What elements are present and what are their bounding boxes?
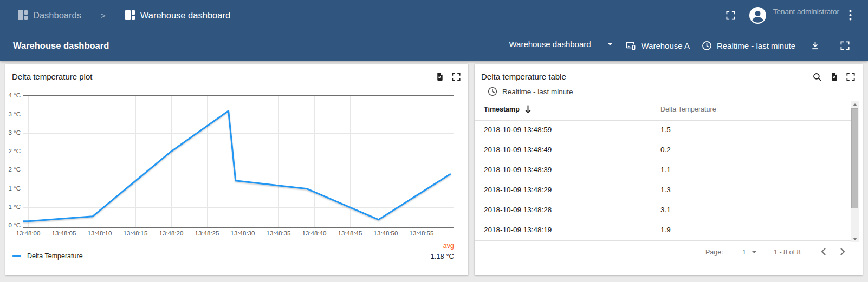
export-widget-icon[interactable] [435,72,444,82]
dashboard-toolbar: Warehouse dashboard Warehouse dashboard … [0,30,868,61]
y-tick-label: 3 °C [5,111,21,119]
series-label: Delta Temperature [27,252,83,260]
export-download-icon[interactable] [811,41,820,50]
y-tick-label: 2 °C [5,148,21,155]
user-role-label: Tenant administrator [773,8,839,16]
timewindow-label: Realtime - last minute [717,41,795,50]
x-tick-label: 13:48:45 [333,230,367,237]
delta-temperature-cell: 1.9 [660,226,671,234]
chevron-down-icon [607,43,613,45]
y-tick-label: 4 °C [5,92,21,100]
export-widget-icon[interactable] [830,72,839,82]
app-bars: Dashboards > Warehouse dashboard Tenant … [0,0,868,61]
table-header: Timestamp Delta Temperature [475,104,851,120]
table-timewindow-label: Realtime - last minute [502,88,573,96]
fullscreen-icon[interactable] [726,11,735,20]
table-row[interactable]: 2018-10-09 13:48:490.2 [475,140,851,160]
delta-temperature-cell: 1.5 [660,126,671,134]
table-fullscreen-icon[interactable] [846,72,855,82]
table-timewindow-button[interactable]: Realtime - last minute [488,87,573,96]
breadcrumb: Dashboards > Warehouse dashboard [0,10,230,21]
plot-widget-title: Delta temperature plot [12,72,92,81]
table-row[interactable]: 2018-10-09 13:48:283.1 [475,200,851,220]
delta-temperature-cell: 1.1 [660,166,671,174]
footer-divider [475,240,851,241]
aggregation-label: avg [443,242,454,250]
plot-svg [23,95,454,228]
clock-icon [488,87,497,96]
y-tick-label: 1 °C [5,204,21,211]
y-tick-label: 3 °C [5,129,21,137]
y-tick-label: 0 °C [5,222,21,229]
table-row[interactable]: 2018-10-09 13:48:291.3 [475,180,851,200]
more-vert-icon[interactable] [849,10,852,21]
dashboard-grid-icon [125,10,135,20]
next-page-icon[interactable] [836,245,849,258]
table-body: 2018-10-09 13:48:591.52018-10-09 13:48:4… [475,120,851,240]
page-select-caret-icon[interactable] [752,251,756,253]
line-chart [23,95,454,228]
entity-label[interactable]: Warehouse A [641,41,690,50]
table-row[interactable]: 2018-10-09 13:48:591.5 [475,120,851,140]
page-range: 1 - 8 of 8 [774,248,800,256]
table-widget-card: Delta temperature table Realtime - last … [475,64,863,275]
x-tick-label: 13:48:20 [154,230,189,237]
x-tick-label: 13:48:05 [47,230,81,237]
table-row[interactable]: 2018-10-09 13:48:391.1 [475,160,851,180]
toolbar-fullscreen-icon[interactable] [840,41,850,50]
x-tick-label: 13:48:40 [297,230,332,237]
x-tick-label: 13:48:30 [225,230,260,237]
previous-page-icon[interactable] [817,245,830,258]
scroll-up-icon[interactable] [851,101,859,108]
x-tick-label: 13:48:35 [261,230,296,237]
y-tick-label: 2 °C [5,166,21,174]
x-tick-label: 13:48:15 [118,230,153,237]
x-tick-label: 13:48:50 [368,230,403,237]
x-tick-label: 13:48:10 [82,230,117,237]
dashboard-title: Warehouse dashboard [0,41,109,51]
delta-temperature-cell: 3.1 [660,206,671,214]
x-tick-label: 13:48:00 [11,230,46,237]
top-nav-bar: Dashboards > Warehouse dashboard Tenant … [0,0,868,30]
delta-temperature-cell: 1.3 [660,186,671,194]
timestamp-cell: 2018-10-09 13:48:39 [484,166,552,174]
page-label: Page: [705,248,723,256]
timestamp-cell: 2018-10-09 13:48:59 [484,126,552,134]
scroll-down-icon[interactable] [851,235,859,242]
timewindow-button[interactable]: Realtime - last minute [702,41,795,51]
state-select-value: Warehouse dashboard [509,40,591,49]
table-scrollbar[interactable] [851,101,859,242]
x-tick-label: 13:48:25 [190,230,224,237]
entities-icon [626,41,636,51]
timestamp-cell: 2018-10-09 13:48:28 [484,206,552,214]
table-widget-title: Delta temperature table [481,72,566,81]
dashboard-state-select[interactable]: Warehouse dashboard [508,38,615,53]
chart-legend[interactable]: Delta Temperature [12,252,83,260]
column-header-delta-temperature[interactable]: Delta Temperature [660,106,716,113]
breadcrumb-current: Warehouse dashboard [140,10,230,21]
x-tick-label: 13:48:55 [404,230,439,237]
y-tick-label: 1 °C [5,185,21,193]
breadcrumb-dashboards[interactable]: Dashboards [33,10,81,21]
delta-temperature-cell: 0.2 [660,146,671,154]
page-select[interactable]: 1 [742,248,746,256]
search-icon[interactable] [813,72,822,82]
table-pagination: Page: 1 1 - 8 of 8 [475,244,863,260]
dashboards-grid-icon [18,10,28,20]
timestamp-cell: 2018-10-09 13:48:49 [484,146,552,154]
table-row[interactable]: 2018-10-09 13:48:191.9 [475,220,851,240]
sort-desc-icon[interactable] [523,104,533,114]
clock-icon [702,41,712,51]
breadcrumb-separator: > [101,11,106,20]
aggregation-value: 1.18 °C [430,252,454,260]
series-swatch [12,255,21,257]
scrollbar-thumb[interactable] [851,108,858,208]
timestamp-cell: 2018-10-09 13:48:19 [484,226,552,234]
user-avatar[interactable] [749,7,766,24]
timestamp-cell: 2018-10-09 13:48:29 [484,186,552,194]
column-header-timestamp[interactable]: Timestamp [484,106,520,113]
plot-widget-card: Delta temperature plot 4 °C3 °C3 °C2 °C2… [5,64,468,275]
plot-fullscreen-icon[interactable] [452,72,461,82]
